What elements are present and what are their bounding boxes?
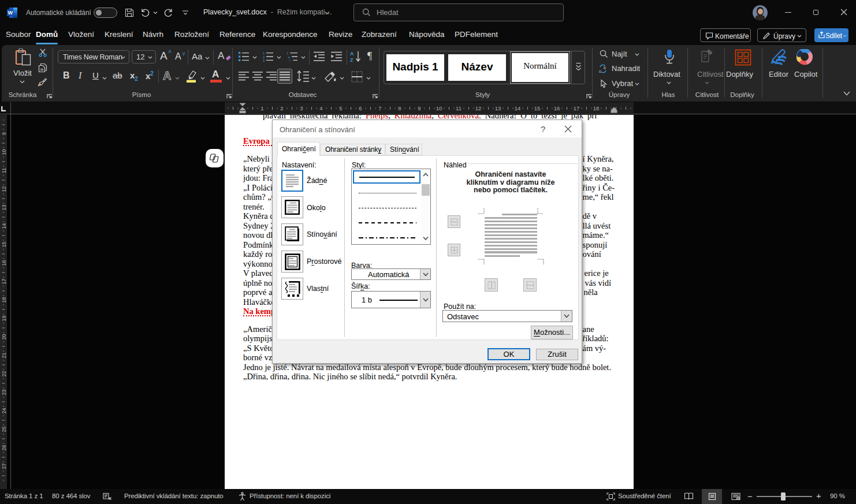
svg-text:19: 19 xyxy=(1,315,7,321)
svg-text:3: 3 xyxy=(263,59,265,62)
svg-text:14: 14 xyxy=(1,223,7,229)
svg-text:c: c xyxy=(599,69,601,73)
svg-text:2: 2 xyxy=(280,105,283,111)
svg-text:13: 13 xyxy=(495,105,501,111)
svg-text:23: 23 xyxy=(1,389,7,395)
svg-text:27: 27 xyxy=(1,463,7,469)
svg-text:15: 15 xyxy=(1,241,7,247)
svg-text:8: 8 xyxy=(398,105,401,111)
svg-text:b: b xyxy=(604,66,606,70)
svg-text:25: 25 xyxy=(1,426,7,432)
svg-text:12: 12 xyxy=(1,186,7,192)
svg-text:i: i xyxy=(290,59,291,62)
svg-text:1: 1 xyxy=(287,51,289,55)
svg-text:11: 11 xyxy=(1,168,7,173)
svg-text:16: 16 xyxy=(554,105,560,111)
svg-text:9: 9 xyxy=(418,105,420,111)
svg-text:17: 17 xyxy=(574,105,580,111)
svg-text:21: 21 xyxy=(1,352,7,358)
svg-text:15: 15 xyxy=(534,105,541,111)
svg-text:17: 17 xyxy=(1,278,7,284)
svg-text:20: 20 xyxy=(1,334,7,339)
svg-text:Z: Z xyxy=(350,57,353,63)
svg-text:10: 10 xyxy=(436,105,442,111)
svg-text:11: 11 xyxy=(456,105,462,111)
svg-text:18: 18 xyxy=(593,105,600,111)
svg-text:26: 26 xyxy=(1,445,7,450)
svg-text:3: 3 xyxy=(300,105,303,111)
svg-text:18: 18 xyxy=(1,297,7,303)
svg-text:2: 2 xyxy=(263,55,265,59)
svg-text:10: 10 xyxy=(1,149,7,155)
svg-text:13: 13 xyxy=(1,204,7,210)
svg-text:12: 12 xyxy=(475,105,482,111)
svg-text:a: a xyxy=(288,55,290,59)
svg-text:22: 22 xyxy=(1,371,7,376)
svg-text:1: 1 xyxy=(260,105,263,111)
svg-text:4: 4 xyxy=(319,105,322,111)
svg-text:24: 24 xyxy=(1,408,7,413)
svg-text:14: 14 xyxy=(515,105,521,111)
svg-text:16: 16 xyxy=(1,260,7,266)
svg-text:1: 1 xyxy=(263,51,265,55)
svg-text:A: A xyxy=(350,51,354,57)
svg-text:6: 6 xyxy=(359,105,362,111)
svg-text:5: 5 xyxy=(339,105,342,111)
svg-text:7: 7 xyxy=(378,105,381,111)
svg-text:W: W xyxy=(8,10,13,16)
svg-text:9: 9 xyxy=(1,132,7,135)
